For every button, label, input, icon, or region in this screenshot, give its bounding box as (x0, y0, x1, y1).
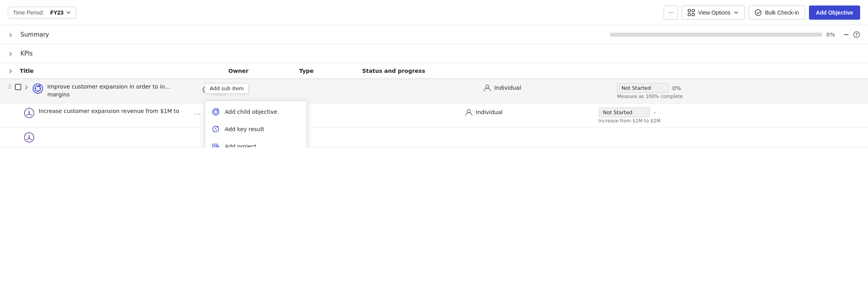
svg-rect-2 (688, 13, 690, 16)
bulk-checkin-button[interactable]: Bulk Check-in (749, 6, 805, 20)
row-actions: ··· (191, 108, 203, 120)
status-badge: Not Started (599, 107, 650, 117)
view-options-chevron-icon (733, 10, 739, 15)
add-child-objective-item[interactable]: Add child objective (205, 103, 307, 120)
svg-point-13 (486, 85, 489, 88)
svg-point-4 (755, 9, 761, 15)
objective-icon (32, 83, 43, 94)
table-header: Title Owner Type Status and progress (0, 63, 868, 79)
col-type-header: Type (299, 68, 362, 74)
row-owner-cell: Individual (483, 84, 554, 92)
owner-person-icon (483, 84, 491, 92)
add-child-objective-icon (211, 108, 220, 116)
row-more-icon: ··· (194, 111, 200, 118)
status-sub-text: Measure as 100% complete (617, 94, 860, 99)
status-line: Not Started 0% (617, 83, 860, 93)
add-key-result-icon (211, 125, 220, 133)
row-title-content: Improve customer expansion in order to i… (47, 83, 197, 98)
kpis-label: KPIs (20, 50, 33, 57)
row-owner-cell: Individual (465, 108, 536, 116)
row-status-cell: Not Started - Increase from $1M to $2M (599, 107, 861, 124)
summary-label: Summary (20, 31, 605, 38)
view-options-label: View Options (698, 9, 730, 16)
kpis-row: KPIs (0, 44, 868, 63)
more-options-button[interactable]: ··· (664, 6, 678, 20)
row-title-content: Increase customer expansion revenue from… (39, 107, 188, 115)
svg-point-20 (28, 112, 30, 114)
summary-row: Summary 0% ? (0, 25, 868, 44)
add-sub-tooltip: Add sub item (205, 83, 249, 94)
status-dash: - (654, 109, 656, 116)
kpis-expand-icon[interactable] (8, 50, 16, 57)
svg-point-23 (28, 137, 30, 138)
row-title: Increase customer expansion revenue from… (39, 107, 188, 115)
svg-point-21 (467, 109, 470, 113)
status-sub-text: Increase from $1M to $2M (599, 118, 861, 124)
summary-progress-pct: 0% (826, 31, 838, 38)
add-key-result-item[interactable]: Add key result (205, 120, 307, 138)
view-options-icon (688, 9, 695, 16)
summary-expand-icon[interactable] (8, 31, 16, 38)
time-period-prefix: Time Period: (13, 9, 44, 16)
row-checkbox[interactable] (15, 84, 21, 90)
add-child-objective-label: Add child objective (225, 109, 277, 115)
status-line: Not Started - (599, 107, 861, 117)
add-project-item[interactable]: Add project (205, 138, 307, 147)
col-owner-header: Owner (228, 68, 299, 74)
add-key-result-label: Add key result (225, 126, 264, 132)
time-period-button[interactable]: Time Period: FY23 (8, 7, 76, 19)
summary-minus-icon[interactable] (843, 31, 850, 38)
status-pct: 0% (672, 85, 681, 91)
svg-rect-3 (692, 13, 694, 16)
row-more-button[interactable]: ··· (191, 108, 203, 120)
row-status-cell: Not Started 0% Measure as 100% complete (617, 83, 860, 99)
row-expand-icon[interactable] (24, 84, 30, 90)
svg-rect-1 (692, 9, 694, 12)
title-expand-icon[interactable] (8, 67, 16, 74)
add-objective-button[interactable]: Add Objective (809, 6, 860, 20)
add-objective-label: Add Objective (816, 9, 853, 16)
add-sub-item-dropdown: Add child objective Add key result (205, 100, 307, 147)
row-owner-label: Individual (476, 109, 503, 115)
view-options-button[interactable]: View Options (682, 6, 745, 20)
chevron-down-icon (66, 10, 71, 15)
svg-rect-0 (688, 9, 690, 12)
time-period-value: FY23 (50, 9, 63, 16)
summary-icons: ? (843, 31, 860, 38)
summary-help-icon[interactable]: ? (853, 31, 860, 38)
table-row: ⠿ Improve customer expansion in order to… (0, 79, 868, 104)
col-title-area: Title (8, 67, 228, 74)
summary-progress-track (610, 33, 822, 37)
row-title: Improve customer expansion in order to i… (47, 83, 197, 98)
svg-text:?: ? (855, 33, 858, 37)
col-status-header: Status and progress (362, 68, 860, 74)
status-badge: Not Started (617, 83, 668, 93)
owner-person-icon (465, 108, 473, 116)
key-result-icon-2 (24, 132, 35, 143)
add-project-label: Add project (225, 143, 256, 147)
table-row: Increase customer expansion revenue from… (0, 104, 868, 128)
drag-handle[interactable]: ⠿ (8, 84, 12, 90)
row-owner-label: Individual (494, 85, 521, 91)
bulk-checkin-label: Bulk Check-in (765, 9, 799, 16)
bulk-checkin-icon (755, 9, 762, 16)
svg-rect-5 (844, 34, 849, 35)
col-title-label: Title (20, 68, 33, 74)
more-icon: ··· (668, 8, 674, 17)
summary-progress: 0% (610, 31, 838, 38)
table-row (0, 128, 868, 147)
key-result-icon (24, 107, 35, 119)
add-project-icon (211, 143, 220, 147)
toolbar: Time Period: FY23 ··· View Options Bulk … (0, 0, 868, 25)
svg-point-8 (33, 84, 43, 93)
